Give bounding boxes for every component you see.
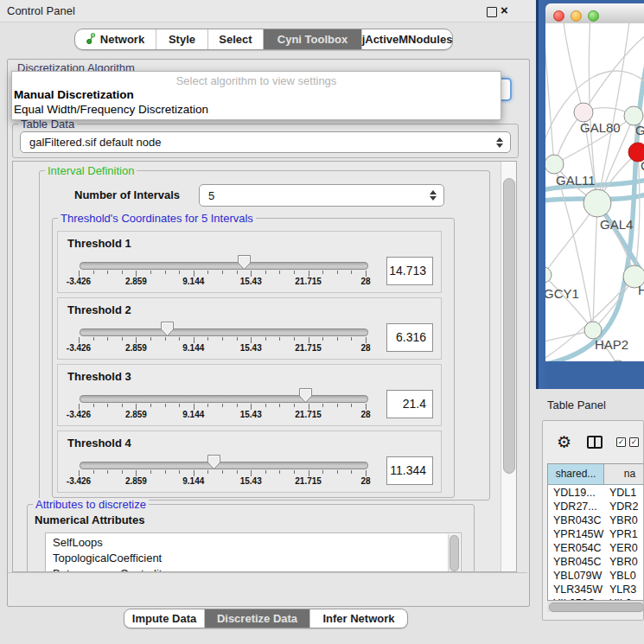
settings-scrollbar-thumb[interactable] — [503, 178, 515, 474]
threshold-slider-track[interactable] — [80, 262, 368, 270]
table-cell[interactable]: YLR3 — [609, 583, 644, 596]
threshold-value-field[interactable]: 21.4 — [386, 390, 433, 418]
slider-tick — [165, 337, 166, 341]
slider-tick — [294, 470, 295, 474]
table-cell[interactable]: YBR0 — [609, 555, 644, 569]
tab-label: Style — [169, 33, 195, 46]
slider-tick — [265, 271, 266, 274]
table-cell[interactable]: YBR043C — [553, 513, 604, 527]
table-cell[interactable]: YER0 — [609, 541, 644, 555]
attributes-list-scrollbar-thumb[interactable] — [450, 535, 459, 571]
list-item[interactable]: TopologicalCoefficient — [53, 551, 162, 566]
network-node-green[interactable] — [584, 322, 602, 339]
network-node-green[interactable] — [609, 360, 627, 361]
tab-cyni-toolbox[interactable]: Cyni Toolbox — [264, 29, 362, 49]
gear-icon[interactable]: ⚙ — [557, 432, 571, 452]
threshold-slider-handle[interactable] — [298, 387, 313, 404]
table-hscrollbar-thumb[interactable] — [549, 603, 644, 612]
table-cell[interactable]: YER054C — [553, 541, 604, 555]
slider-tick-label: 9.144 — [175, 343, 213, 353]
column-layout-icon[interactable] — [587, 436, 603, 449]
slider-tick — [93, 470, 94, 474]
attributes-list[interactable]: SelfLoopsTopologicalCoefficientBetweenne… — [45, 532, 462, 572]
tab-select[interactable]: Select — [208, 29, 264, 49]
slider-tick — [237, 404, 238, 407]
slider-tick — [165, 404, 166, 407]
network-node-pink[interactable] — [574, 103, 593, 122]
checkbox-icon[interactable]: ✓ — [629, 437, 639, 447]
tab-network[interactable]: Network — [75, 29, 156, 49]
network-edge — [583, 34, 644, 112]
table-data-value: galFiltered.sif default node — [29, 136, 161, 149]
tab-jactivemnodules[interactable]: jActiveMNodules — [362, 29, 452, 49]
table-cell[interactable]: YDL19... — [553, 486, 604, 500]
network-node-green[interactable] — [545, 267, 552, 283]
screenshot-root: Control Panel × NetworkStyleSelectCyni T… — [0, 0, 644, 644]
interval-definition-group: Interval Definition Number of Intervals … — [39, 170, 490, 501]
tab-discretize-data[interactable]: Discretize Data — [205, 609, 310, 628]
tab-infer-network[interactable]: Infer Network — [310, 609, 407, 628]
network-canvas[interactable]: GAL80GACGAL11GAL4GCY1HHAP2 — [545, 23, 644, 361]
table-cell[interactable]: YDR27... — [553, 500, 604, 513]
threshold-value-field[interactable]: 11.344 — [386, 456, 433, 485]
tab-style[interactable]: Style — [156, 29, 208, 49]
node-table[interactable]: shared...naYDL19...YDL1YDR27...YDR2YBR04… — [547, 463, 644, 601]
threshold-label: Threshold 4 — [67, 437, 131, 450]
slider-tick — [309, 470, 309, 476]
numerical-attributes-heading: Numerical Attributes — [35, 513, 144, 526]
table-panel-title: Table Panel — [547, 399, 606, 411]
network-window: GAL80GACGAL11GAL4GCY1HHAP2 — [545, 3, 644, 361]
slider-tick — [165, 470, 166, 474]
zoom-traffic-light-icon[interactable] — [588, 10, 599, 22]
tab-impute-data[interactable]: Impute Data — [124, 609, 205, 628]
algorithm-option-equal-width-frequency-discretization[interactable]: Equal Width/Frequency Discretization — [14, 103, 208, 116]
column-header-na[interactable]: na — [604, 464, 644, 485]
table-cell[interactable]: YPR1 — [609, 527, 644, 541]
tab-label: Infer Network — [322, 612, 394, 625]
table-cell[interactable]: YBR045C — [553, 555, 604, 569]
network-node-green[interactable] — [583, 189, 611, 217]
algorithm-option-manual-discretization[interactable]: Manual Discretization — [14, 88, 134, 101]
slider-tick-label: 21.715 — [290, 343, 328, 353]
slider-tick — [337, 470, 338, 474]
slider-tick — [194, 271, 194, 277]
table-cell[interactable]: YDL1 — [609, 486, 644, 500]
close-traffic-light-icon[interactable] — [553, 10, 564, 22]
network-graph: GAL80GACGAL11GAL4GCY1HHAP2 — [545, 23, 644, 361]
network-window-titlebar[interactable] — [545, 3, 644, 24]
slider-tick — [337, 337, 338, 341]
threshold-slider-track[interactable] — [80, 328, 368, 336]
threshold-slider-track[interactable] — [80, 462, 368, 469]
network-node-green[interactable] — [545, 155, 564, 174]
table-cell[interactable]: YLR345W — [553, 583, 604, 596]
slider-tick — [136, 404, 137, 410]
slider-tick-label: 9.144 — [175, 476, 213, 486]
slider-tick — [366, 470, 367, 476]
table-cell[interactable]: YBL079W — [553, 569, 604, 583]
threshold-value-field[interactable]: 6.316 — [386, 323, 433, 352]
settings-scrollbar[interactable] — [501, 162, 516, 571]
threshold-value-field[interactable]: 14.713 — [386, 257, 433, 285]
slider-tick — [136, 271, 137, 277]
table-cell[interactable]: YPR145W — [553, 527, 604, 541]
num-intervals-combobox[interactable]: 5 — [199, 184, 444, 207]
slider-tick — [93, 337, 94, 341]
threshold-slider-handle[interactable] — [207, 454, 221, 470]
settings-scrollpane: Interval Definition Number of Intervals … — [12, 161, 517, 572]
float-window-icon[interactable] — [487, 7, 497, 17]
column-header-shared[interactable]: shared... — [548, 464, 604, 485]
table-cell[interactable]: YBR0 — [609, 513, 644, 527]
threshold-slider-handle[interactable] — [237, 254, 252, 271]
close-icon[interactable]: × — [501, 3, 508, 17]
list-item[interactable]: SelfLoops — [53, 535, 103, 551]
table-hscrollbar[interactable] — [547, 601, 644, 612]
table-cell[interactable]: YBL0 — [609, 569, 644, 583]
table-data-combobox[interactable]: galFiltered.sif default node — [20, 131, 511, 153]
minimize-traffic-light-icon[interactable] — [571, 10, 582, 22]
threshold-slider-track[interactable] — [80, 395, 368, 403]
attributes-list-scrollbar[interactable] — [448, 534, 460, 572]
list-item[interactable]: BetweennessCentrality — [53, 566, 168, 572]
checkbox-icon[interactable]: ✓ — [616, 437, 626, 447]
table-cell[interactable]: YDR2 — [609, 500, 644, 513]
threshold-slider-handle[interactable] — [160, 321, 175, 337]
